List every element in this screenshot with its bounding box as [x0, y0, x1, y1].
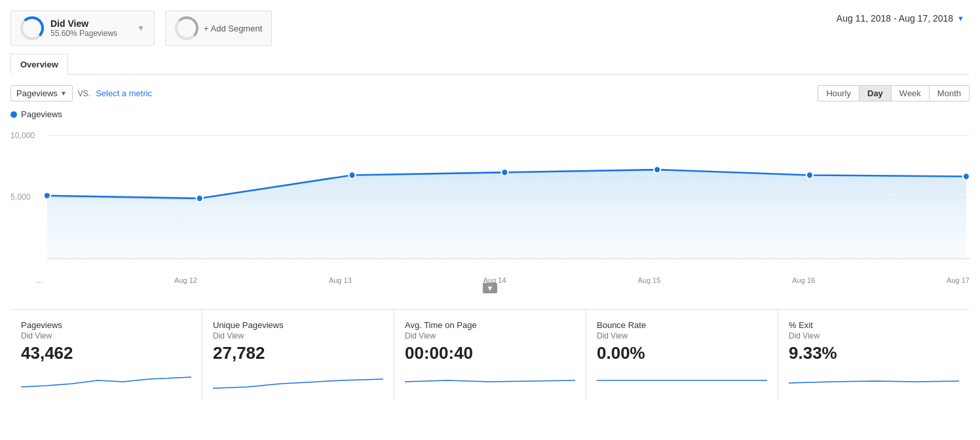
time-btn-week[interactable]: Week [892, 86, 930, 101]
date-range-picker[interactable]: Aug 11, 2018 - Aug 17, 2018 ▼ [831, 10, 970, 26]
time-btn-day[interactable]: Day [859, 86, 892, 101]
metric-card-subtitle-4: Did View [789, 331, 959, 340]
svg-point-10 [654, 166, 660, 173]
metric-card-subtitle-2: Did View [405, 331, 575, 340]
metric-card-value-1: 27,782 [213, 343, 383, 363]
segment-sub: 55.60% Pageviews [50, 29, 117, 38]
date-range-text: Aug 11, 2018 - Aug 17, 2018 [837, 13, 953, 24]
vs-label: VS. [78, 89, 90, 98]
svg-text:10,000: 10,000 [10, 131, 35, 140]
metric-card-subtitle-0: Did View [21, 331, 191, 340]
segment-arrow: ▼ [137, 24, 145, 33]
select-metric-link[interactable]: Select a metric [96, 88, 152, 98]
time-btn-hourly[interactable]: Hourly [818, 86, 859, 101]
x-label-4: Aug 15 [637, 276, 660, 284]
metric-controls: Pageviews ▼ VS. Select a metric Hourly D… [10, 85, 970, 101]
tab-bar: Overview [10, 54, 970, 75]
chart-container: Pageviews 10,000 5,000 [10, 109, 970, 293]
x-label-6: Aug 17 [947, 276, 970, 284]
segment-name: Did View [50, 18, 117, 29]
svg-point-7 [197, 195, 203, 202]
metrics-row: Pageviews Did View 43,462 Unique Pagevie… [10, 309, 970, 400]
metric-card-title-2: Avg. Time on Page [405, 320, 575, 330]
legend-dot [10, 111, 17, 118]
metric-card-subtitle-1: Did View [213, 331, 383, 340]
svg-point-8 [349, 172, 355, 178]
metric-dropdown[interactable]: Pageviews ▼ [10, 85, 73, 101]
header-row: Did View 55.60% Pageviews ▼ + Add Segmen… [10, 10, 970, 46]
date-range-arrow: ▼ [957, 14, 964, 22]
chart-svg: 10,000 5,000 [10, 123, 970, 274]
mini-chart-0 [21, 367, 191, 394]
chart-tooltip-indicator: ▼ [10, 283, 970, 293]
segment-spinner [20, 16, 44, 40]
segment-card[interactable]: Did View 55.60% Pageviews ▼ [10, 10, 155, 46]
chart-legend: Pageviews [10, 109, 970, 119]
svg-text:5,000: 5,000 [10, 192, 31, 202]
svg-point-11 [806, 172, 813, 178]
metric-card-title-1: Unique Pageviews [213, 320, 383, 330]
metric-card-title-0: Pageviews [21, 320, 191, 330]
metric-card-value-3: 0.00% [597, 343, 767, 363]
svg-point-12 [963, 173, 970, 179]
metric-card-value-2: 00:00:40 [405, 343, 575, 363]
metric-card-value-0: 43,462 [21, 343, 191, 363]
metric-card-value-4: 9.33% [789, 343, 959, 363]
metric-card-bounce-rate: Bounce Rate Did View 0.00% [586, 310, 778, 400]
metric-dropdown-arrow: ▼ [60, 90, 67, 97]
metric-card-avg-time: Avg. Time on Page Did View 00:00:40 [394, 310, 586, 400]
tab-overview[interactable]: Overview [10, 54, 68, 75]
segments-row: Did View 55.60% Pageviews ▼ + Add Segmen… [10, 10, 272, 46]
metric-card-title-4: % Exit [789, 320, 959, 330]
x-label-5: Aug 16 [792, 276, 815, 284]
mini-chart-2 [405, 367, 575, 394]
mini-chart-3 [597, 367, 767, 394]
metric-left: Pageviews ▼ VS. Select a metric [10, 85, 152, 101]
mini-chart-4 [789, 367, 959, 394]
x-label-1: Aug 12 [174, 276, 197, 284]
metric-card-exit: % Exit Did View 9.33% [778, 310, 970, 400]
add-segment-icon [175, 16, 198, 40]
svg-point-6 [44, 192, 50, 199]
mini-chart-1 [213, 367, 383, 394]
add-segment-button[interactable]: + Add Segment [165, 10, 272, 46]
x-label-2: Aug 13 [329, 276, 352, 284]
metric-card-title-3: Bounce Rate [597, 320, 767, 330]
time-btn-month[interactable]: Month [930, 86, 969, 101]
metric-card-subtitle-3: Did View [597, 331, 767, 340]
metric-dropdown-label: Pageviews [16, 88, 58, 98]
time-buttons: Hourly Day Week Month [818, 85, 970, 101]
x-label-0: ... [37, 276, 43, 284]
add-segment-label: + Add Segment [204, 24, 262, 33]
svg-point-9 [501, 169, 508, 175]
legend-label: Pageviews [21, 109, 62, 119]
svg-marker-5 [47, 170, 966, 259]
metric-card-unique-pageviews: Unique Pageviews Did View 27,782 [202, 310, 394, 400]
metric-card-pageviews: Pageviews Did View 43,462 [10, 310, 202, 400]
segment-info: Did View 55.60% Pageviews [50, 18, 117, 38]
